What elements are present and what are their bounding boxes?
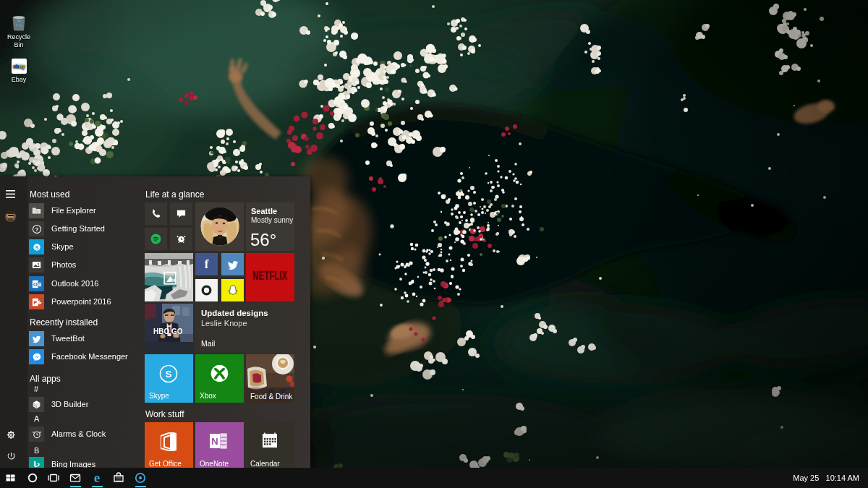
svg-text:O: O — [33, 281, 37, 288]
svg-text:S: S — [165, 369, 171, 380]
svg-text:P: P — [33, 299, 37, 306]
svg-text:S: S — [35, 244, 38, 250]
svg-text:N: N — [211, 436, 218, 447]
svg-text:?: ? — [35, 226, 38, 232]
svg-text:Food & Drink: Food & Drink — [250, 393, 293, 401]
svg-text:HBO GO: HBO GO — [153, 328, 183, 335]
